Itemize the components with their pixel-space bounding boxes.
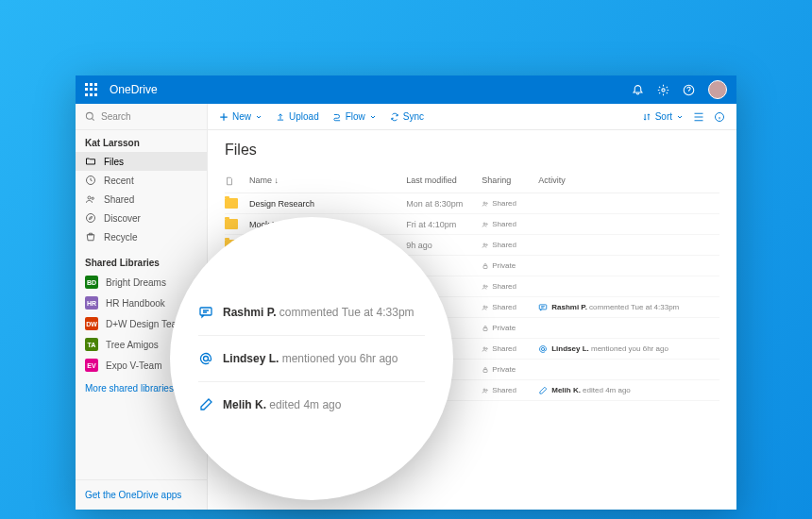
svg-point-11 — [486, 223, 488, 225]
svg-rect-27 — [200, 308, 211, 315]
file-activity: Rashmi P. commented Tue at 4:33pm — [538, 303, 719, 312]
notifications-icon[interactable] — [632, 84, 644, 96]
col-activity[interactable]: Activity — [538, 176, 719, 189]
lens-activity-row: Lindsey L. mentioned you 6hr ago — [198, 336, 425, 382]
folder-icon — [225, 198, 238, 209]
folder-icon — [85, 156, 96, 167]
file-activity: Melih K. edited 4m ago — [538, 386, 719, 395]
svg-rect-24 — [483, 369, 487, 372]
file-modified: 9h ago — [406, 241, 482, 250]
discover-icon — [85, 212, 96, 224]
svg-rect-20 — [483, 327, 487, 330]
file-sharing: Shared — [482, 303, 538, 311]
svg-point-6 — [87, 214, 95, 223]
file-name: Design Research — [249, 199, 406, 209]
file-modified: Fri at 4:10pm — [406, 220, 482, 229]
svg-point-9 — [486, 202, 488, 204]
library-label: Bright Dreams — [106, 277, 166, 288]
svg-point-8 — [483, 202, 485, 204]
file-sharing: Shared — [482, 220, 538, 228]
titlebar: OneDrive — [76, 75, 736, 104]
chevron-down-icon — [369, 113, 377, 121]
brand-label: OneDrive — [110, 83, 158, 96]
svg-point-13 — [486, 243, 488, 245]
svg-point-25 — [483, 389, 485, 391]
svg-point-28 — [204, 357, 209, 361]
library-label: HR Handbook — [106, 298, 165, 309]
recycle-icon — [85, 231, 96, 243]
file-sharing: Private — [482, 261, 538, 270]
svg-point-26 — [486, 389, 488, 391]
nav-discover[interactable]: Discover — [76, 209, 207, 227]
library-label: Tree Amigos — [106, 340, 159, 350]
svg-point-23 — [542, 347, 545, 350]
libraries-label: Shared Libraries — [76, 246, 207, 272]
library-badge: EV — [85, 359, 98, 372]
mention-icon — [198, 351, 213, 366]
svg-point-10 — [483, 223, 485, 225]
info-icon[interactable] — [714, 111, 725, 123]
svg-point-12 — [483, 243, 485, 245]
lens-activity-row: Melih K. edited 4m ago — [198, 382, 425, 427]
svg-point-18 — [486, 306, 488, 308]
svg-point-15 — [483, 285, 485, 287]
svg-point-2 — [86, 112, 93, 119]
file-sharing: Shared — [482, 199, 538, 208]
svg-point-22 — [486, 347, 488, 349]
library-badge: DW — [85, 317, 98, 330]
file-sharing: Shared — [482, 386, 538, 394]
sync-button[interactable]: Sync — [390, 111, 424, 122]
svg-rect-14 — [483, 265, 487, 268]
nav-files[interactable]: Files — [76, 152, 207, 171]
svg-point-5 — [92, 197, 93, 199]
file-sharing: Shared — [482, 282, 538, 291]
search-input[interactable]: Search — [76, 104, 207, 130]
file-sharing: Private — [482, 365, 538, 374]
edit-icon — [538, 386, 548, 395]
nav-recent[interactable]: Recent — [76, 171, 207, 190]
comment-icon — [538, 303, 548, 312]
titlebar-right — [632, 80, 727, 99]
avatar[interactable] — [708, 80, 727, 99]
file-activity: Lindsey L. mentioned you 6hr ago — [538, 344, 719, 354]
nav-recycle[interactable]: Recycle — [76, 227, 207, 246]
app-launcher-icon[interactable] — [85, 83, 98, 96]
chevron-down-icon — [255, 113, 262, 121]
library-badge: HR — [85, 296, 98, 310]
command-bar: New Upload Flow Sync Sort — [208, 104, 736, 130]
file-row[interactable]: Design ResearchMon at 8:30pmShared — [225, 193, 719, 214]
col-sharing[interactable]: Sharing — [482, 176, 538, 189]
table-header: Name ↓ Last modified Sharing Activity — [225, 172, 719, 193]
svg-point-4 — [88, 196, 91, 199]
edit-icon — [198, 397, 213, 412]
page-title: Files — [225, 142, 719, 159]
flow-button[interactable]: Flow — [332, 111, 377, 122]
file-sharing: Shared — [482, 241, 538, 249]
col-name[interactable]: Name ↓ — [249, 176, 406, 189]
clock-icon — [85, 175, 96, 186]
chevron-down-icon — [676, 113, 684, 121]
user-name: Kat Larsson — [76, 130, 207, 152]
settings-icon[interactable] — [657, 84, 669, 96]
library-badge: BD — [85, 276, 98, 289]
col-modified[interactable]: Last modified — [406, 176, 482, 189]
help-icon[interactable] — [683, 84, 695, 96]
lens-activity-row: Rashmi P. commented Tue at 4:33pm — [198, 290, 425, 336]
file-sharing: Shared — [482, 344, 538, 353]
file-icon — [225, 176, 234, 187]
view-icon[interactable] — [693, 111, 704, 123]
nav-shared[interactable]: Shared — [76, 190, 207, 209]
search-icon — [85, 111, 95, 122]
new-button[interactable]: New — [219, 111, 262, 122]
sort-button[interactable]: Sort — [642, 111, 684, 122]
get-apps-link[interactable]: Get the OneDrive apps — [76, 479, 207, 510]
library-badge: TA — [85, 338, 98, 351]
svg-point-17 — [483, 306, 485, 308]
mention-icon — [538, 344, 548, 354]
library-label: Expo V-Team — [106, 360, 161, 371]
folder-icon — [225, 219, 238, 229]
upload-button[interactable]: Upload — [276, 111, 319, 122]
svg-point-16 — [486, 285, 488, 287]
file-sharing: Private — [482, 324, 538, 332]
magnifier: Rashmi P. commented Tue at 4:33pmLindsey… — [170, 217, 453, 500]
